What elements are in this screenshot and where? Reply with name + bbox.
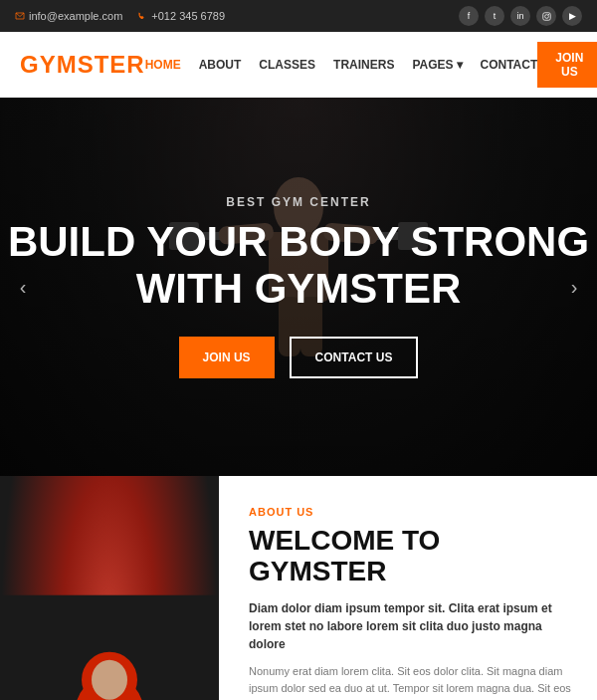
nav-about[interactable]: ABOUT [199, 58, 242, 72]
phone-number: +012 345 6789 [151, 10, 225, 22]
logo[interactable]: GYMSTER [20, 51, 145, 79]
nav-pages[interactable]: PAGES ▾ [412, 58, 462, 72]
linkedin-icon[interactable]: in [510, 6, 530, 26]
about-title: WELCOME TO GYMSTER [249, 526, 572, 587]
nav-trainers[interactable]: TRAINERS [333, 58, 394, 72]
svg-point-1 [544, 14, 548, 18]
email-icon [15, 11, 25, 21]
hero-contact-button[interactable]: CONTACT US [290, 337, 419, 378]
hero-buttons: JOIN US CONTACT US [0, 337, 597, 378]
hero-content: BEST GYM CENTER BUILD YOUR BODY STRONG W… [0, 195, 597, 377]
about-person-svg: CCCP ╬╬╬ [0, 476, 219, 700]
hero-prev-arrow[interactable]: ‹ [8, 272, 38, 302]
youtube-icon[interactable]: ▶ [562, 6, 582, 26]
phone-icon [137, 11, 147, 21]
svg-rect-0 [542, 12, 550, 20]
hero-next-arrow[interactable]: › [559, 272, 589, 302]
svg-point-15 [92, 660, 127, 700]
hero-join-button[interactable]: JOIN US [179, 337, 275, 378]
svg-point-2 [548, 13, 549, 14]
nav-contact[interactable]: CONTACT [481, 58, 538, 72]
instagram-icon[interactable] [536, 6, 556, 26]
nav-home[interactable]: HOME [145, 58, 181, 72]
about-body-text: Nonumy erat diam lorem clita. Sit eos do… [249, 663, 572, 700]
about-section: CCCP ╬╬╬ ABOUT US WELCOME TO GYMSTER Dia… [0, 476, 597, 700]
top-bar-contacts: info@example.com +012 345 6789 [15, 10, 225, 22]
top-bar: info@example.com +012 345 6789 f t in ▶ [0, 0, 597, 32]
dropdown-arrow-icon: ▾ [457, 58, 463, 72]
phone-contact[interactable]: +012 345 6789 [137, 10, 225, 22]
email-address: info@example.com [29, 10, 122, 22]
email-contact[interactable]: info@example.com [15, 10, 122, 22]
about-tag: ABOUT US [249, 506, 572, 518]
social-icons-bar: f t in ▶ [459, 6, 582, 26]
nav-classes[interactable]: CLASSES [259, 58, 315, 72]
about-content: ABOUT US WELCOME TO GYMSTER Diam dolor d… [219, 476, 597, 700]
hero-subtitle: BEST GYM CENTER [0, 195, 597, 209]
twitter-icon[interactable]: t [485, 6, 504, 26]
header: GYMSTER HOME ABOUT CLASSES TRAINERS PAGE… [0, 32, 597, 98]
join-us-button[interactable]: JOIN US [537, 42, 597, 88]
main-nav: HOME ABOUT CLASSES TRAINERS PAGES ▾ CONT… [145, 58, 538, 72]
hero-section: BEST GYM CENTER BUILD YOUR BODY STRONG W… [0, 98, 597, 476]
instagram-svg [542, 12, 551, 21]
about-subtitle: Diam dolor diam ipsum tempor sit. Clita … [249, 599, 572, 653]
hero-title: BUILD YOUR BODY STRONG WITH GYMSTER [0, 219, 597, 311]
facebook-icon[interactable]: f [459, 6, 479, 26]
about-image: CCCP ╬╬╬ [0, 476, 219, 700]
